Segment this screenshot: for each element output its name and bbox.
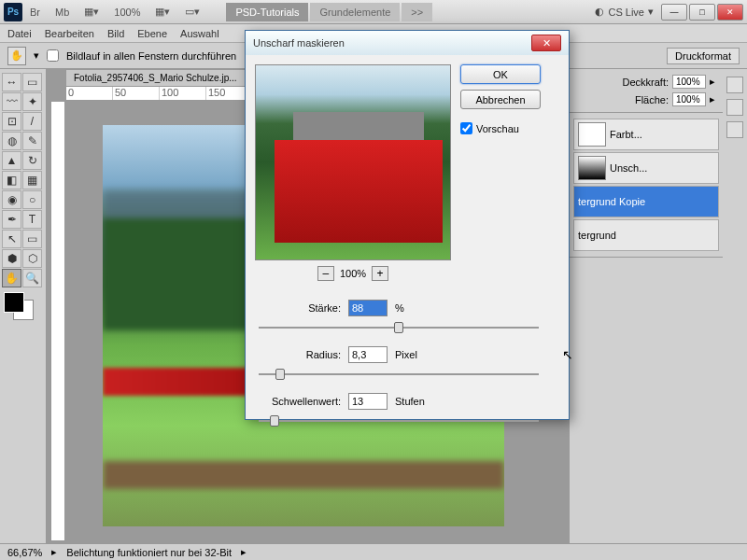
blur-tool[interactable]: ◉ xyxy=(2,190,21,209)
foreground-color[interactable] xyxy=(4,292,24,313)
menu-ebene[interactable]: Ebene xyxy=(137,28,167,39)
status-message: Belichtung funktioniert nur bei 32-Bit xyxy=(66,547,232,558)
3d-tool[interactable]: ⬢ xyxy=(2,249,21,268)
fill-label: Fläche: xyxy=(635,94,669,105)
tab-grundelemente[interactable]: Grundelemente xyxy=(310,3,400,21)
zoom-tool[interactable]: 🔍 xyxy=(22,269,42,287)
zoom-in-button[interactable]: + xyxy=(372,266,388,281)
pen-tool[interactable]: ✒ xyxy=(2,210,21,229)
scroll-all-label: Bildlauf in allen Fenstern durchführen xyxy=(66,50,236,62)
lasso-tool[interactable]: 〰 xyxy=(2,92,21,111)
screenmode-icon[interactable]: ▭▾ xyxy=(179,4,205,20)
layer-hintergrund-kopie[interactable]: tergrund Kopie xyxy=(573,186,719,217)
radius-slider[interactable] xyxy=(259,365,539,384)
eraser-tool[interactable]: ◧ xyxy=(2,171,21,189)
fill-value[interactable]: 100% xyxy=(672,92,706,106)
wand-tool[interactable]: ✦ xyxy=(22,92,42,111)
history-brush-tool[interactable]: ↻ xyxy=(22,151,42,170)
tab-more[interactable]: >> xyxy=(402,3,432,21)
threshold-input[interactable] xyxy=(348,393,388,410)
amount-unit: % xyxy=(395,302,404,314)
preview-checkbox[interactable] xyxy=(460,122,472,134)
heal-tool[interactable]: ◍ xyxy=(2,132,21,150)
document-tab[interactable]: Fotolia_2957406_S_Mario Schulze.jp... xyxy=(65,69,246,87)
dialog-title-bar[interactable]: Unscharf maskieren ✕ xyxy=(246,31,569,55)
maximize-button[interactable]: □ xyxy=(689,4,715,21)
opacity-label: Deckkraft: xyxy=(622,77,669,88)
layer-hintergrund[interactable]: tergrund xyxy=(573,219,719,251)
workspace-tabs: PSD-Tutorials Grundelemente >> xyxy=(226,3,434,21)
toolbox: ↔ ▭ 〰 ✦ ⊡ / ◍ ✎ ▲ ↻ ◧ ▦ ◉ ○ ✒ T ↖ ▭ ⬢ ⬡ … xyxy=(0,69,47,560)
cs-live[interactable]: ◐CS Live▾ xyxy=(595,6,654,18)
move-tool[interactable]: ↔ xyxy=(2,73,21,91)
minibridge-button[interactable]: Mb xyxy=(49,5,75,20)
threshold-label: Schwellenwert: xyxy=(259,396,341,407)
bridge-button[interactable]: Br xyxy=(24,5,46,20)
status-zoom[interactable]: 66,67% xyxy=(7,547,42,558)
hand-tool[interactable]: ✋ xyxy=(2,269,21,287)
dock-icon-1[interactable] xyxy=(726,77,743,93)
dock-icon-3[interactable] xyxy=(726,121,743,138)
hand-tool-icon[interactable]: ✋ xyxy=(7,47,26,65)
unsharp-mask-dialog: Unscharf maskieren ✕ – 100% + OK Abbrech… xyxy=(245,30,570,420)
opacity-value[interactable]: 100% xyxy=(672,75,706,89)
ok-button[interactable]: OK xyxy=(460,64,541,84)
filter-farbton[interactable]: Farbt... xyxy=(573,119,719,150)
scroll-all-checkbox[interactable] xyxy=(47,49,59,62)
threshold-slider[interactable] xyxy=(259,412,539,430)
preview-zoom-value: 100% xyxy=(340,268,366,279)
threshold-unit: Stufen xyxy=(395,396,425,407)
arrange-icon[interactable]: ▦▾ xyxy=(149,4,176,20)
photoshop-icon: Ps xyxy=(4,3,22,21)
dock-icon-2[interactable] xyxy=(726,99,743,116)
title-bar: Ps Br Mb ▦▾ 100% ▦▾ ▭▾ PSD-Tutorials Gru… xyxy=(0,0,747,24)
right-icon-dock xyxy=(723,69,747,560)
status-bar: 66,67% ▸ Belichtung funktioniert nur bei… xyxy=(0,543,747,560)
preview-checkbox-label: Vorschau xyxy=(476,123,519,134)
filter-unscharf[interactable]: Unsch... xyxy=(573,152,719,184)
view-menu-icon[interactable]: ▦▾ xyxy=(78,4,105,20)
path-tool[interactable]: ↖ xyxy=(2,230,21,248)
brush-tool[interactable]: ✎ xyxy=(22,132,42,150)
cancel-button[interactable]: Abbrechen xyxy=(460,90,541,109)
eyedropper-tool[interactable]: / xyxy=(22,112,42,131)
gradient-tool[interactable]: ▦ xyxy=(22,171,42,189)
radius-input[interactable] xyxy=(348,346,388,363)
amount-slider[interactable] xyxy=(259,318,539,337)
marquee-tool[interactable]: ▭ xyxy=(22,73,42,91)
amount-input[interactable] xyxy=(348,300,388,316)
shape-tool[interactable]: ▭ xyxy=(22,230,42,248)
radius-label: Radius: xyxy=(259,349,341,360)
dialog-close-button[interactable]: ✕ xyxy=(531,35,561,51)
3d-cam-tool[interactable]: ⬡ xyxy=(22,249,42,268)
ruler-vertical xyxy=(50,101,65,541)
radius-unit: Pixel xyxy=(395,349,417,360)
close-button[interactable]: ✕ xyxy=(717,4,743,21)
amount-label: Stärke: xyxy=(259,302,341,314)
color-swatches[interactable] xyxy=(2,292,41,320)
cursor-icon: ↖ xyxy=(562,347,573,362)
zoom-level[interactable]: 100% xyxy=(108,5,146,20)
menu-bild[interactable]: Bild xyxy=(107,28,124,39)
menu-datei[interactable]: Datei xyxy=(7,28,32,39)
type-tool[interactable]: T xyxy=(22,210,42,229)
dialog-title: Unscharf maskieren xyxy=(253,37,345,49)
right-panels: Deckkraft:100%▸ Fläche:100%▸ Farbt... Un… xyxy=(569,69,723,560)
minimize-button[interactable]: — xyxy=(661,4,687,21)
menu-auswahl[interactable]: Auswahl xyxy=(180,28,219,39)
dodge-tool[interactable]: ○ xyxy=(22,190,42,209)
preview-image[interactable] xyxy=(255,64,451,260)
stamp-tool[interactable]: ▲ xyxy=(2,151,21,170)
tab-psd-tutorials[interactable]: PSD-Tutorials xyxy=(226,3,308,21)
menu-bearbeiten[interactable]: Bearbeiten xyxy=(45,28,94,39)
zoom-out-button[interactable]: – xyxy=(317,266,334,281)
crop-tool[interactable]: ⊡ xyxy=(2,112,21,131)
druckformat-button[interactable]: Druckformat xyxy=(667,48,740,64)
